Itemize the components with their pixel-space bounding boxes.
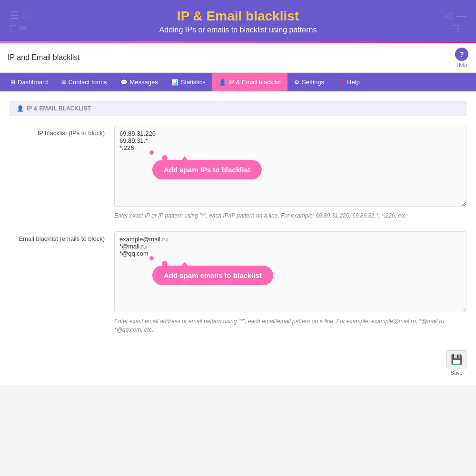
save-area: 💾 Save	[10, 346, 466, 376]
nav-label-settings: Settings	[302, 79, 324, 86]
nav-item-help[interactable]: ❓ Help	[331, 73, 367, 91]
email-tooltip-bubble[interactable]: Add spam emails to blacklist	[152, 266, 273, 285]
email-tooltip-dot-1	[149, 256, 154, 260]
nav-label-help: Help	[347, 79, 360, 86]
nav-label-dashboard: Dashboard	[18, 79, 48, 86]
nav-label-ip-email-blacklist: IP & Email blacklist	[228, 79, 281, 86]
ip-blacklist-label: IP blacklist (IPs to block)	[10, 126, 114, 137]
nav-label-contact-forms: Contact forms	[69, 79, 107, 86]
save-icon[interactable]: 💾	[446, 350, 466, 368]
header-decoration-left: ☰ ○□ ✂	[10, 10, 28, 34]
email-blacklist-row: Email blacklist (emails to block) exampl…	[10, 231, 466, 334]
nav-label-statistics: Statistics	[181, 79, 206, 86]
ip-tooltip-wrap: 69.89.31.226 69.89.31.* *.226 Add spam I…	[114, 126, 466, 208]
header-decoration-right: ◁ ―□	[445, 10, 466, 34]
app-subtitle: Adding IPs or emails to blacklist using …	[10, 26, 466, 34]
save-button-wrap[interactable]: 💾 Save	[446, 350, 466, 376]
page-header: ☰ ○□ ✂ ◁ ―□ IP & Email blacklist Adding …	[0, 0, 476, 41]
navigation-bar: ⊞ Dashboard ✉ Contact forms 💬 Messages 📊…	[0, 73, 476, 91]
messages-icon: 💬	[120, 79, 128, 86]
settings-icon: ⚙	[294, 79, 299, 86]
help-button[interactable]: ?	[455, 48, 468, 61]
ip-blacklist-field: 69.89.31.226 69.89.31.* *.226 Add spam I…	[114, 126, 466, 220]
nav-item-messages[interactable]: 💬 Messages	[114, 73, 165, 91]
ip-blacklist-row: IP blacklist (IPs to block) 69.89.31.226…	[10, 126, 466, 220]
email-blacklist-field: example@mail.ru *@mail.ru *@qq.com Add s…	[114, 231, 466, 334]
help-nav-icon: ❓	[337, 79, 345, 86]
save-label: Save	[450, 370, 462, 376]
contact-forms-icon: ✉	[61, 79, 66, 86]
section-header: 👤 IP & EMAIL BLACKLIST	[10, 101, 466, 116]
blacklist-icon: 👤	[219, 79, 226, 86]
nav-item-ip-email-blacklist[interactable]: 👤 IP & Email blacklist	[212, 73, 288, 91]
ip-blacklist-hint: Enter exact IP or IP pattern using "*", …	[114, 211, 466, 220]
email-tooltip-wrap: example@mail.ru *@mail.ru *@qq.com Add s…	[114, 231, 466, 314]
app-title: IP & Email blacklist	[10, 9, 466, 24]
section-icon: 👤	[17, 105, 24, 112]
statistics-icon: 📊	[171, 79, 178, 86]
page-title: IP and Email blacklist	[8, 53, 80, 62]
email-blacklist-hint: Enter exact email address or email patte…	[114, 317, 466, 334]
help-button-wrap[interactable]: ? Help	[455, 48, 468, 68]
main-content: 👤 IP & EMAIL BLACKLIST IP blacklist (IPs…	[0, 91, 476, 385]
section-label: IP & EMAIL BLACKLIST	[27, 105, 91, 112]
help-button-label: Help	[456, 62, 467, 68]
nav-item-statistics[interactable]: 📊 Statistics	[165, 73, 212, 91]
top-bar: IP and Email blacklist ? Help	[0, 43, 476, 73]
email-blacklist-label: Email blacklist (emails to block)	[10, 231, 114, 242]
nav-item-dashboard[interactable]: ⊞ Dashboard	[4, 73, 55, 91]
nav-item-contact-forms[interactable]: ✉ Contact forms	[55, 73, 114, 91]
tooltip-dot-1	[149, 150, 154, 155]
ip-tooltip-bubble[interactable]: Add spam IPs to blacklist	[152, 160, 262, 179]
dashboard-icon: ⊞	[10, 79, 15, 86]
nav-item-settings[interactable]: ⚙ Settings	[288, 73, 331, 91]
nav-label-messages: Messages	[130, 79, 158, 86]
